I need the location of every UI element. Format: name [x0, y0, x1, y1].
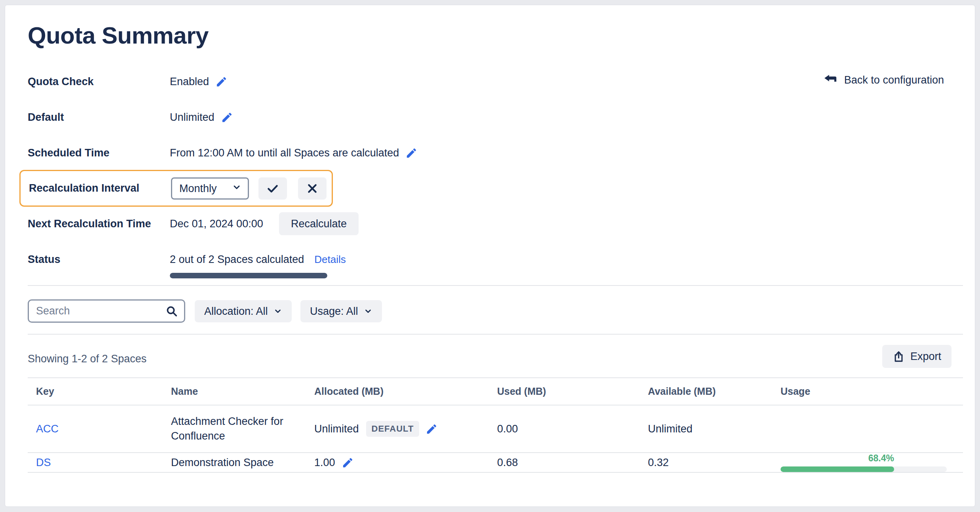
- divider-filters: [28, 334, 963, 335]
- used-cell: 0.68: [489, 453, 640, 473]
- table-row: DS: [28, 453, 163, 473]
- spaces-table: Key Name Allocated (MB) Used (MB) Availa…: [28, 377, 963, 473]
- recalculation-interval-selected: Monthly: [179, 183, 217, 195]
- column-header-used: Used (MB): [489, 378, 640, 405]
- usage-progress-bar: [781, 466, 947, 472]
- space-key-link[interactable]: ACC: [36, 423, 59, 435]
- search-input[interactable]: [29, 305, 166, 317]
- usage-cell: [772, 405, 963, 453]
- scheduled-time-value: From 12:00 AM to until all Spaces are ca…: [170, 147, 399, 159]
- export-icon: [893, 350, 905, 363]
- status-label: Status: [28, 253, 170, 266]
- default-value: Unlimited: [170, 111, 215, 124]
- available-cell: 0.32: [640, 453, 772, 473]
- space-name-cell: Attachment Checker for Confluence: [163, 405, 306, 453]
- field-row-next-recalculation: Next Recalculation Time Dec 01, 2024 00:…: [28, 215, 263, 232]
- column-header-usage: Usage: [772, 378, 963, 405]
- used-cell: 0.00: [489, 405, 640, 453]
- back-link-label: Back to configuration: [844, 74, 944, 86]
- quota-check-value: Enabled: [170, 76, 209, 88]
- recalculation-interval-select[interactable]: Monthly: [171, 177, 249, 200]
- available-cell: Unlimited: [640, 405, 772, 453]
- edit-scheduled-time-icon[interactable]: [405, 147, 418, 159]
- next-recalculation-label: Next Recalculation Time: [28, 218, 170, 230]
- field-row-quota-check: Quota Check Enabled: [28, 73, 228, 90]
- usage-percent-label: 68.4%: [868, 453, 894, 464]
- column-header-available: Available (MB): [640, 378, 772, 405]
- quota-check-label: Quota Check: [28, 76, 170, 88]
- default-badge: DEFAULT: [366, 421, 420, 437]
- cancel-interval-button[interactable]: [298, 177, 327, 200]
- recalculation-interval-highlight: Recalculation Interval Monthly: [19, 170, 333, 207]
- edit-default-icon[interactable]: [221, 111, 233, 124]
- edit-allocation-icon[interactable]: [342, 457, 354, 469]
- table-row: ACC: [28, 405, 163, 453]
- scheduled-time-label: Scheduled Time: [28, 147, 170, 159]
- confirm-interval-button[interactable]: [258, 177, 287, 200]
- field-row-default: Default Unlimited: [28, 109, 233, 126]
- recalculation-interval-label: Recalculation Interval: [29, 171, 171, 206]
- usage-filter-button[interactable]: Usage: All: [300, 300, 382, 322]
- space-key-link[interactable]: DS: [36, 457, 51, 469]
- back-to-configuration-link[interactable]: Back to configuration: [824, 74, 944, 86]
- chevron-down-icon: [232, 183, 241, 195]
- search-box: [28, 299, 185, 323]
- allocated-value: Unlimited: [314, 423, 359, 435]
- quota-summary-card: Quota Summary Back to configuration Quot…: [5, 5, 975, 507]
- status-details-link[interactable]: Details: [314, 253, 346, 266]
- chevron-down-icon: [364, 307, 372, 316]
- search-icon[interactable]: [166, 305, 178, 317]
- column-header-name: Name: [163, 378, 306, 405]
- export-button[interactable]: Export: [882, 345, 952, 368]
- divider-top: [28, 285, 963, 286]
- next-recalculation-value: Dec 01, 2024 00:00: [170, 218, 263, 230]
- status-progress-fill: [170, 273, 327, 278]
- back-arrow-icon: [824, 74, 838, 86]
- usage-filter-label: Usage: All: [310, 305, 358, 318]
- page-title: Quota Summary: [28, 22, 209, 49]
- usage-cell: 68.4%: [772, 453, 963, 473]
- recalculate-button[interactable]: Recalculate: [279, 212, 359, 235]
- field-row-scheduled-time: Scheduled Time From 12:00 AM to until al…: [28, 145, 418, 161]
- column-header-allocated: Allocated (MB): [306, 378, 489, 405]
- usage-progress-fill: [781, 466, 894, 472]
- edit-allocation-icon[interactable]: [425, 423, 438, 435]
- allocation-filter-button[interactable]: Allocation: All: [195, 300, 292, 322]
- allocated-cell: 1.00: [306, 453, 489, 473]
- allocated-value: 1.00: [314, 457, 335, 469]
- status-value: 2 out of 2 Spaces calculated: [170, 253, 304, 266]
- showing-count: Showing 1-2 of 2 Spaces: [28, 353, 146, 365]
- chevron-down-icon: [273, 307, 282, 316]
- allocated-cell: Unlimited DEFAULT: [306, 405, 489, 453]
- allocation-filter-label: Allocation: All: [204, 305, 268, 318]
- export-label: Export: [910, 350, 941, 363]
- space-name-cell: Demonstration Space: [163, 453, 306, 473]
- field-row-status: Status 2 out of 2 Spaces calculated Deta…: [28, 251, 346, 268]
- default-label: Default: [28, 111, 170, 124]
- usage-meter: 68.4%: [781, 453, 947, 472]
- status-progress-bar: [170, 273, 327, 278]
- column-header-key: Key: [28, 378, 163, 405]
- edit-quota-check-icon[interactable]: [215, 76, 228, 88]
